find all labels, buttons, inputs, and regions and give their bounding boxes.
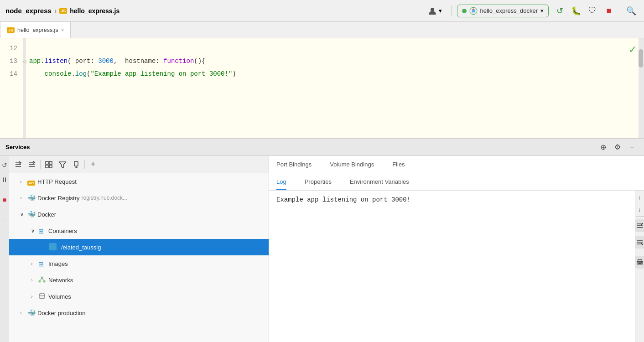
item-label: HTTP Request: [37, 178, 77, 185]
tree-item-images[interactable]: › ⊞ Images: [9, 255, 269, 272]
svg-rect-9: [46, 161, 48, 164]
grid-icon: ⊞: [38, 227, 48, 235]
search-button[interactable]: 🔍: [624, 4, 639, 18]
tree-item-docker[interactable]: ∨ 🐳 Docker: [9, 206, 269, 223]
images-icon: ⊞: [38, 260, 48, 268]
item-label: /elated_taussig: [61, 244, 101, 251]
run-config-label: hello_express_docker: [480, 7, 538, 14]
tab-bar: JS hello_express.js ×: [0, 22, 644, 38]
svg-point-22: [39, 293, 45, 296]
scroll-action1-button[interactable]: [635, 219, 644, 232]
scrollbar-divider: [636, 216, 644, 217]
file-type-badge: JS: [59, 8, 67, 14]
print-button[interactable]: [635, 256, 644, 269]
line-number-12: 12: [0, 42, 17, 55]
pause-button[interactable]: ⏸: [0, 173, 9, 186]
scrollbar-thumb[interactable]: [639, 49, 643, 67]
tab-properties[interactable]: Properties: [305, 175, 332, 190]
project-name[interactable]: node_express: [5, 7, 52, 15]
tab-hello-express[interactable]: JS hello_express.js ×: [0, 21, 71, 38]
networks-icon: [38, 276, 48, 285]
collapse-all-button[interactable]: [26, 158, 38, 171]
rerun-button[interactable]: ↺: [552, 4, 567, 18]
arrow-icon: ›: [31, 277, 38, 283]
services-header-icons: ⊕ ⚙ −: [597, 141, 639, 154]
tree-item-http-request[interactable]: › API HTTP Request: [9, 173, 269, 190]
editor-scrollbar[interactable]: [639, 38, 644, 138]
container-icon: [49, 243, 59, 252]
svg-rect-2: [473, 8, 474, 9]
item-label: Networks: [48, 277, 73, 284]
scroll-down-button[interactable]: ↓: [635, 204, 644, 214]
item-label: Images: [48, 260, 68, 267]
arrow-icon: ∨: [20, 212, 27, 218]
scroll-up-button[interactable]: ↑: [635, 192, 644, 202]
svg-line-21: [42, 279, 44, 280]
tree-item-elated-taussig[interactable]: /elated_taussig: [9, 239, 269, 255]
toolbar-icons: ↺ 🐛 🛡 ■ 🔍: [552, 4, 639, 18]
run-config-selector[interactable]: hello_express_docker ▾: [457, 5, 549, 17]
tab-files[interactable]: Files: [392, 157, 405, 172]
breadcrumb: node_express › JS hello_express.js: [5, 7, 119, 15]
stop-service-button[interactable]: ■: [0, 193, 9, 206]
services-panel: ↺ ⏸ ■ −: [0, 156, 644, 342]
user-button[interactable]: ▾: [424, 5, 446, 17]
debug-button[interactable]: 🐛: [569, 4, 583, 18]
tab-volume-bindings[interactable]: Volume Bindings: [330, 157, 374, 172]
filter-button[interactable]: [56, 158, 69, 171]
svg-rect-10: [49, 161, 52, 164]
add-service-button[interactable]: ⊕: [597, 141, 609, 154]
tab-env-vars[interactable]: Environment Variables: [350, 175, 409, 190]
arrow-icon: ›: [20, 195, 27, 201]
file-name[interactable]: hello_express.js: [70, 7, 119, 15]
arrow-icon: ›: [31, 294, 38, 299]
item-label: Containers: [48, 228, 77, 234]
coverage-button[interactable]: 🛡: [585, 4, 600, 18]
tree-item-volumes[interactable]: › Volumes: [9, 288, 269, 305]
left-collapse-panel: ↺ ⏸ ■ −: [0, 156, 9, 342]
settings-button[interactable]: ⚙: [611, 141, 624, 154]
tree-item-docker-production[interactable]: › 🐳 Docker production: [9, 305, 269, 321]
group-button[interactable]: [42, 158, 55, 171]
tree-item-docker-registry[interactable]: › 🐳 Docker Registry registry.hub.dock...: [9, 190, 269, 206]
run-config-arrow: ▾: [540, 7, 544, 14]
minimize-button[interactable]: −: [626, 141, 639, 154]
tree-content: › API HTTP Request › 🐳 Docker Registry r…: [9, 173, 269, 342]
toolbar-divider2: [84, 160, 85, 169]
code-content[interactable]: app.listen( port: 3000, hostname: functi…: [26, 38, 644, 138]
svg-rect-29: [638, 259, 642, 262]
tree-item-containers[interactable]: ∨ ⊞ Containers: [9, 223, 269, 239]
dropdown-arrow-icon: ▾: [439, 7, 442, 14]
bottom-panel: Services ⊕ ⚙ − ↺ ⏸ ■ −: [0, 139, 644, 342]
scroll-action2-button[interactable]: [635, 236, 644, 249]
tab-file-icon: JS: [7, 27, 15, 33]
editor-area: 12 13 14 ◁ app.listen( port: 3000, hostn…: [0, 38, 644, 139]
refresh-button[interactable]: ↺: [0, 159, 9, 171]
item-label: Docker Registry: [37, 195, 79, 202]
line-number-14: 14: [0, 67, 17, 80]
services-header: Services ⊕ ⚙ −: [0, 139, 644, 156]
volumes-icon: [38, 292, 48, 301]
pin-button[interactable]: [70, 158, 83, 171]
api-icon: API: [27, 178, 37, 186]
divider2: [620, 5, 620, 16]
svg-point-17: [41, 276, 43, 279]
expand-all-button[interactable]: [12, 158, 25, 171]
breadcrumb-separator: ›: [54, 7, 57, 15]
tab-close-button[interactable]: ×: [61, 27, 64, 33]
code-line-13: app.listen( port: 3000, hostname: functi…: [26, 55, 644, 67]
svg-point-32: [641, 262, 642, 263]
tab-log[interactable]: Log: [276, 175, 286, 190]
docker-icon: 🐳: [27, 309, 37, 317]
add-button[interactable]: +: [87, 158, 99, 171]
log-text: Example app listening on port 3000!: [276, 196, 410, 203]
right-tabs-row2: Log Properties Environment Variables: [269, 173, 644, 191]
stop-button[interactable]: ■: [602, 4, 616, 18]
tab-port-bindings[interactable]: Port Bindings: [276, 157, 312, 172]
code-line-12: [26, 42, 644, 55]
line-numbers: 12 13 14: [0, 38, 23, 138]
item-label: Docker production: [37, 310, 86, 316]
arrow-icon: ›: [20, 179, 27, 184]
tree-item-networks[interactable]: › Networks: [9, 272, 269, 288]
minus-button[interactable]: −: [0, 213, 9, 226]
